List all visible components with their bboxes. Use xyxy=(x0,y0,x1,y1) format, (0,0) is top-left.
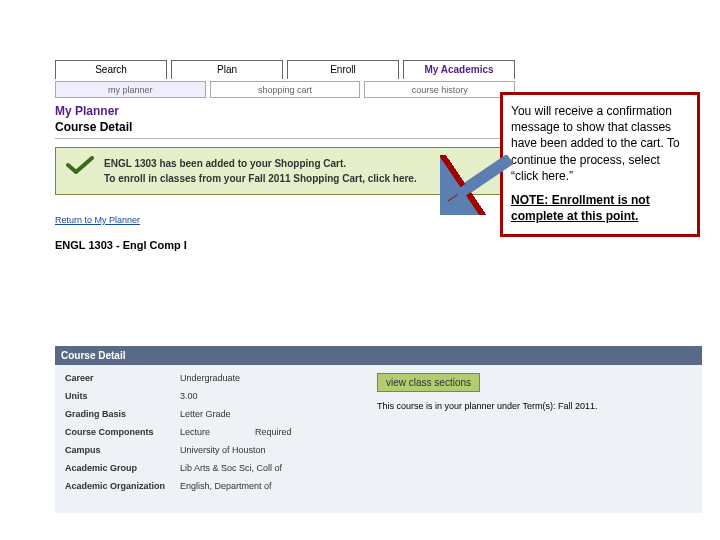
tab-enroll[interactable]: Enroll xyxy=(287,60,399,79)
confirm-line2-text: To enroll in classes from your Fall 2011… xyxy=(104,173,368,184)
click-here-link[interactable]: click here. xyxy=(368,173,417,184)
callout-body: You will receive a confirmation message … xyxy=(511,103,689,184)
heading-my-planner: My Planner xyxy=(55,104,515,118)
course-detail-heading: Course Detail xyxy=(55,346,702,365)
label-units: Units xyxy=(65,391,180,401)
instruction-callout: You will receive a confirmation message … xyxy=(500,92,700,237)
heading-course-detail: Course Detail xyxy=(55,120,515,134)
planner-term-note: This course is in your planner under Ter… xyxy=(377,400,692,412)
callout-note: NOTE: Enrollment is not complete at this… xyxy=(511,192,689,224)
value-academic-org: English, Department of xyxy=(180,481,272,491)
subtab-my-planner[interactable]: my planner xyxy=(55,81,206,98)
arrow-icon xyxy=(440,155,520,215)
view-class-sections-button[interactable]: view class sections xyxy=(377,373,480,392)
course-title: ENGL 1303 - Engl Comp I xyxy=(55,239,515,251)
value-academic-group: Lib Arts & Soc Sci, Coll of xyxy=(180,463,282,473)
label-career: Career xyxy=(65,373,180,383)
secondary-tabs: my planner shopping cart course history xyxy=(55,81,515,98)
value-components: Lecture xyxy=(180,427,210,437)
tab-my-academics[interactable]: My Academics xyxy=(403,60,515,79)
divider xyxy=(55,138,515,139)
subtab-shopping-cart[interactable]: shopping cart xyxy=(210,81,361,98)
label-campus: Campus xyxy=(65,445,180,455)
label-academic-org: Academic Organization xyxy=(65,481,180,491)
return-to-planner-link[interactable]: Return to My Planner xyxy=(55,215,140,225)
value-grading: Letter Grade xyxy=(180,409,231,419)
label-components: Course Components xyxy=(65,427,180,437)
label-grading: Grading Basis xyxy=(65,409,180,419)
value-components-required: Required xyxy=(255,427,292,437)
value-units: 3.00 xyxy=(180,391,198,401)
course-detail-panel: Course Detail Career Undergraduate Units… xyxy=(55,346,702,513)
value-career: Undergraduate xyxy=(180,373,240,383)
tab-search[interactable]: Search xyxy=(55,60,167,79)
tab-plan[interactable]: Plan xyxy=(171,60,283,79)
svg-line-3 xyxy=(458,159,510,195)
label-academic-group: Academic Group xyxy=(65,463,180,473)
primary-tabs: Search Plan Enroll My Academics xyxy=(55,60,515,79)
checkmark-icon xyxy=(66,156,94,174)
value-campus: University of Houston xyxy=(180,445,266,455)
subtab-course-history[interactable]: course history xyxy=(364,81,515,98)
